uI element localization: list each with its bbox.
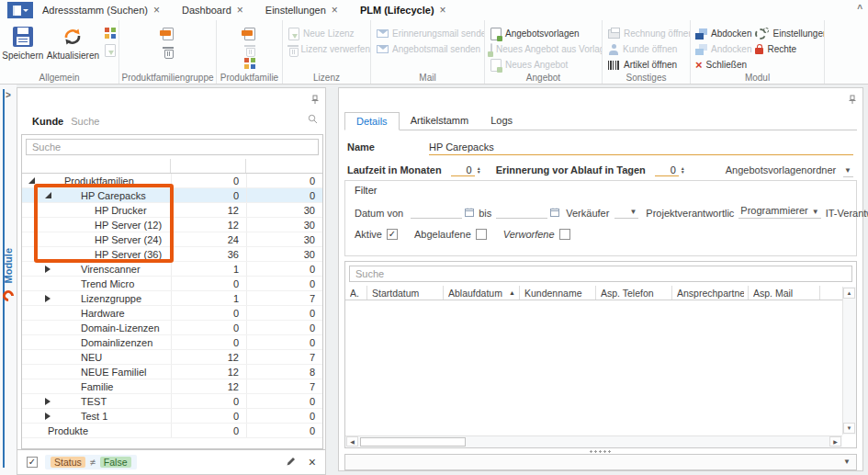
- aktive-checkbox[interactable]: ✓: [387, 229, 398, 240]
- tree-row[interactable]: Produkte 0 0: [22, 424, 322, 438]
- spinner-down-icon[interactable]: ▼: [681, 170, 685, 175]
- list-search-input[interactable]: [355, 268, 846, 279]
- scroll-up-icon[interactable]: ▲: [843, 288, 855, 299]
- new-document-icon[interactable]: [163, 28, 174, 40]
- module-tab[interactable]: Module: [0, 248, 17, 301]
- column-header[interactable]: Asp. Telefon: [596, 286, 672, 300]
- datum-von-field[interactable]: [411, 206, 462, 219]
- tree-row[interactable]: TEST 0 0: [22, 394, 322, 409]
- tree-row[interactable]: HP Drucker 12 30: [22, 203, 322, 218]
- grid-icon[interactable]: [105, 28, 116, 39]
- erinnerung-stepper[interactable]: 0 ▲ ▼: [655, 164, 685, 176]
- document-tab[interactable]: Adressstamm (Suchen) ×: [42, 5, 160, 16]
- chevron-down-icon[interactable]: ▼: [843, 458, 851, 466]
- close-icon[interactable]: ×: [153, 5, 160, 16]
- angebotsvorlagen-button[interactable]: Angebotsvorlagen: [490, 27, 602, 40]
- name-value[interactable]: HP Carepacks: [429, 140, 853, 155]
- pin-icon[interactable]: [848, 95, 857, 107]
- scroll-down-icon[interactable]: ▼: [843, 423, 855, 434]
- grid-icon[interactable]: [244, 58, 255, 69]
- tree-row[interactable]: Familie 12 7: [22, 379, 322, 394]
- detail-tab[interactable]: Details: [344, 112, 400, 130]
- document-tab[interactable]: PLM (Lifecycle) ×: [360, 5, 446, 16]
- vertical-scrollbar[interactable]: ▲ ▼: [842, 287, 856, 435]
- laufzeit-stepper[interactable]: 0 ▲ ▼: [451, 164, 481, 176]
- tree-row[interactable]: Domainlizenzen 0 0: [22, 335, 322, 350]
- expander-icon[interactable]: [45, 295, 51, 302]
- calendar-icon[interactable]: [550, 208, 559, 219]
- chevron-down-icon[interactable]: ▼: [812, 208, 819, 216]
- tree-row[interactable]: Test 1 0 0: [22, 409, 322, 424]
- table-search-input[interactable]: [32, 141, 312, 153]
- column-header[interactable]: Asp. Mail: [749, 286, 820, 300]
- rechte-button[interactable]: Rechte: [755, 42, 825, 56]
- column-header[interactable]: A.: [345, 286, 367, 300]
- expander-icon[interactable]: [45, 266, 51, 273]
- expander-icon[interactable]: [45, 192, 51, 198]
- scrollbar-thumb[interactable]: [360, 437, 466, 447]
- artikel-oeffnen-button[interactable]: Artikel öffnen: [608, 58, 690, 72]
- expander-icon[interactable]: [28, 177, 35, 184]
- tree-row[interactable]: NEUE Familiel 12 8: [22, 365, 322, 379]
- spinner-arrows-icon[interactable]: ▲ ▼: [681, 166, 685, 175]
- expander-icon[interactable]: [45, 398, 51, 405]
- new-document-icon[interactable]: [244, 28, 255, 40]
- column-header[interactable]: [171, 159, 246, 173]
- verworfene-checkbox[interactable]: [559, 229, 570, 240]
- chevron-down-icon[interactable]: ▼: [629, 208, 637, 216]
- clear-filter-icon[interactable]: ×: [309, 456, 316, 469]
- pin-icon[interactable]: [310, 95, 320, 107]
- verkaeufer-dropdown[interactable]: ▼: [614, 206, 638, 219]
- tree-row[interactable]: HP Server (36) 36 30: [22, 247, 322, 262]
- close-icon[interactable]: ×: [332, 5, 338, 16]
- filter-checkbox[interactable]: ✓: [27, 457, 38, 468]
- spinner-down-icon[interactable]: ▼: [477, 170, 481, 175]
- column-header[interactable]: Kundenname: [520, 286, 596, 300]
- tree-row[interactable]: Produktfamilien 0 0: [22, 174, 322, 188]
- laufzeit-value[interactable]: 0: [451, 164, 475, 176]
- tree-row[interactable]: HP Carepacks 0 0: [22, 188, 322, 203]
- abdocken-button[interactable]: Abdocken: [695, 27, 751, 40]
- detail-tab[interactable]: Logs: [479, 112, 524, 130]
- expander-icon[interactable]: [45, 413, 51, 420]
- ribbon-collapse-icon[interactable]: ^: [857, 4, 862, 14]
- spinner-arrows-icon[interactable]: ▲ ▼: [477, 166, 481, 175]
- schliessen-button[interactable]: × Schließen: [695, 58, 751, 72]
- tree-row[interactable]: NEU 12 7: [22, 350, 322, 365]
- expand-sidebar-icon[interactable]: >: [6, 90, 11, 100]
- horizontal-scrollbar[interactable]: ◀ ▶: [345, 435, 842, 447]
- column-header[interactable]: [246, 159, 322, 173]
- edit-filter-icon[interactable]: [286, 457, 296, 469]
- aktualisieren-button[interactable]: Aktualisieren: [44, 23, 103, 71]
- tree-row[interactable]: Virenscanner 1 0: [22, 262, 322, 277]
- scroll-right-icon[interactable]: ▶: [829, 436, 841, 447]
- close-icon[interactable]: ×: [237, 5, 243, 16]
- abgelaufene-checkbox[interactable]: [476, 229, 487, 240]
- calendar-icon[interactable]: [465, 208, 474, 219]
- column-header[interactable]: Ansprechpartner: [672, 286, 749, 300]
- detail-tab[interactable]: Artikelstamm: [400, 112, 480, 130]
- tree-row[interactable]: Lizenzgruppe 1 7: [22, 291, 322, 306]
- speichern-button[interactable]: Speichern: [2, 23, 44, 71]
- app-menu-button[interactable]: [7, 2, 33, 18]
- tree-row[interactable]: Trend Micro 0 0: [22, 277, 322, 291]
- scroll-left-icon[interactable]: ◀: [346, 436, 358, 447]
- document-tab[interactable]: Einstellungen ×: [265, 5, 338, 16]
- erinnerung-value[interactable]: 0: [655, 164, 679, 176]
- kunde-search-input[interactable]: [71, 114, 301, 129]
- document-tab[interactable]: Dashboard ×: [182, 5, 243, 16]
- column-header[interactable]: [22, 159, 171, 173]
- splitter-handle[interactable]: [339, 449, 862, 453]
- tree-row[interactable]: Domain-Lizenzen 0 0: [22, 321, 322, 335]
- projektverantwortlich-dropdown[interactable]: Programmierer ▼: [738, 205, 820, 219]
- bottom-combobox[interactable]: ▼: [344, 454, 857, 470]
- datum-bis-field[interactable]: [496, 206, 547, 219]
- tree-row[interactable]: Hardware 0 0: [22, 306, 322, 321]
- column-header[interactable]: Startdatum: [367, 286, 444, 300]
- tree-row[interactable]: HP Server (12) 12 30: [22, 218, 322, 232]
- chevron-down-icon[interactable]: ▼: [844, 166, 851, 175]
- tree-row[interactable]: HP Server (24) 24 30: [22, 232, 322, 247]
- filter-expression[interactable]: Status ≠ False: [45, 455, 137, 469]
- search-icon[interactable]: [308, 114, 318, 126]
- close-icon[interactable]: ×: [440, 5, 446, 16]
